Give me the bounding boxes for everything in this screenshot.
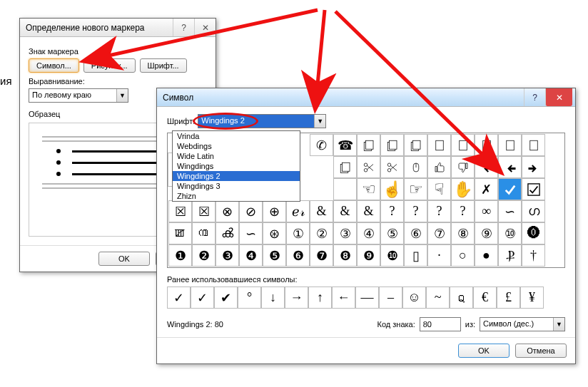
font-dropdown-list[interactable]: VrindaWebdingsWide LatinWingdingsWingdin… — [172, 130, 300, 202]
symbol-cell[interactable]: ഗ — [522, 200, 545, 222]
picture-button[interactable]: Рисунок... — [83, 58, 136, 73]
recent-symbol-cell[interactable]: £ — [497, 287, 520, 309]
symbol-cell[interactable]: ④ — [357, 222, 380, 244]
symbol-cell[interactable]: ✆ — [310, 134, 333, 156]
symbol-cell[interactable]: ❶ — [168, 244, 192, 267]
symbol-cell[interactable]: ☟ — [427, 178, 451, 200]
font-button[interactable]: Шрифт... — [140, 58, 187, 73]
symbol-cell[interactable] — [380, 134, 404, 156]
dlg1-titlebar[interactable]: Определение нового маркера ? ✕ — [20, 19, 216, 37]
symbol-cell[interactable]: ❺ — [263, 244, 286, 267]
symbol-cell[interactable]: ⑩ — [498, 222, 522, 244]
recent-symbol-cell[interactable]: ↓ — [261, 287, 285, 309]
symbol-cell[interactable] — [427, 134, 451, 156]
symbol-cell[interactable]: ? — [404, 200, 427, 222]
recent-symbol-cell[interactable]: ✓ — [167, 287, 191, 309]
symbol-cell[interactable]: ⓿ — [522, 222, 545, 244]
symbol-cell[interactable]: ● — [475, 244, 498, 267]
recent-symbol-cell[interactable]: ✔ — [214, 287, 238, 309]
ok-button[interactable]: OK — [458, 344, 510, 358]
recent-symbol-cell[interactable]: ✓ — [191, 287, 214, 309]
from-combo[interactable]: Символ (дес.) ▼ — [480, 317, 565, 331]
recent-symbol-cell[interactable]: — — [355, 287, 379, 309]
symbol-cell[interactable]: ③ — [333, 222, 357, 244]
symbol-cell[interactable]: ❻ — [286, 244, 310, 267]
font-option[interactable]: Wide Latin — [173, 151, 300, 161]
symbol-cell[interactable] — [357, 156, 380, 178]
symbol-cell[interactable]: ☒ — [192, 200, 216, 222]
symbol-cell[interactable] — [333, 156, 357, 178]
symbol-cell[interactable]: ❸ — [216, 244, 239, 267]
help-button[interactable]: ? — [173, 19, 194, 36]
close-button[interactable]: ✕ — [194, 19, 216, 36]
symbol-cell[interactable]: ❹ — [239, 244, 263, 267]
font-option[interactable]: Vrinda — [173, 131, 300, 141]
symbol-cell[interactable]: ❼ — [310, 244, 333, 267]
chevron-down-icon[interactable]: ▼ — [116, 89, 128, 102]
symbol-cell[interactable]: ∞ — [475, 200, 498, 222]
symbol-cell[interactable] — [475, 134, 498, 156]
symbol-cell[interactable]: ❷ — [192, 244, 216, 267]
recent-symbol-cell[interactable]: ~ — [426, 287, 450, 309]
symbol-cell[interactable]: ⊗ — [216, 200, 239, 222]
symbol-cell[interactable]: ⊘ — [239, 200, 263, 222]
symbol-cell[interactable]: ? — [380, 200, 404, 222]
symbol-cell[interactable]: ⑦ — [427, 222, 451, 244]
cancel-button[interactable]: Отмена — [515, 344, 567, 358]
symbol-cell[interactable]: ☝ — [380, 178, 404, 200]
symbol-cell[interactable]: ⊛ — [263, 222, 286, 244]
ok-button[interactable]: OK — [98, 252, 150, 266]
symbol-cell[interactable]: ① — [286, 222, 310, 244]
symbol-cell[interactable]: ○ — [451, 244, 475, 267]
symbol-cell[interactable]: ☒ — [168, 200, 192, 222]
symbol-cell[interactable]: † — [522, 244, 545, 267]
recent-symbol-cell[interactable]: ↑ — [308, 287, 332, 309]
symbol-cell[interactable]: ൿ — [216, 222, 239, 244]
symbol-cell[interactable]: ✗ — [475, 178, 498, 200]
symbol-cell[interactable] — [522, 134, 545, 156]
symbol-cell[interactable]: ∽ — [239, 222, 263, 244]
symbol-cell[interactable]: ☜ — [357, 178, 380, 200]
recent-symbol-cell[interactable]: € — [473, 287, 497, 309]
font-option[interactable]: Webdings — [173, 141, 300, 151]
symbol-cell[interactable]: ℯ𝓇 — [286, 200, 310, 222]
symbol-cell[interactable]: ꯀ — [168, 222, 192, 244]
symbol-cell[interactable]: ? — [427, 200, 451, 222]
symbol-cell[interactable]: ☞ — [404, 178, 427, 200]
symbol-cell[interactable] — [404, 134, 427, 156]
symbol-cell[interactable]: ⑨ — [475, 222, 498, 244]
symbol-cell[interactable]: ⊕ — [263, 200, 286, 222]
symbol-cell[interactable]: ⑥ — [404, 222, 427, 244]
symbol-cell[interactable] — [404, 156, 427, 178]
symbol-cell[interactable]: & — [333, 200, 357, 222]
symbol-cell[interactable]: · — [427, 244, 451, 267]
recent-symbol-cell[interactable]: ꞯ — [450, 287, 473, 309]
symbol-cell[interactable]: ⑤ — [380, 222, 404, 244]
symbol-button[interactable]: Символ... — [29, 58, 79, 73]
chevron-down-icon[interactable]: ▼ — [314, 115, 325, 128]
recent-symbol-cell[interactable]: – — [379, 287, 402, 309]
font-option[interactable]: Wingdings 3 — [173, 181, 300, 191]
recent-symbol-cell[interactable]: ° — [238, 287, 261, 309]
recent-symbol-cell[interactable]: ¥ — [520, 287, 544, 309]
font-option[interactable]: Wingdings — [173, 161, 300, 171]
charcode-input[interactable] — [420, 317, 461, 331]
symbol-cell[interactable]: & — [310, 200, 333, 222]
symbol-cell[interactable]: ❾ — [357, 244, 380, 267]
symbol-cell[interactable] — [522, 156, 545, 178]
symbol-cell[interactable] — [522, 178, 545, 200]
symbol-cell[interactable]: ? — [451, 200, 475, 222]
recent-symbol-cell[interactable]: ← — [332, 287, 355, 309]
close-button[interactable]: ✕ — [545, 88, 572, 106]
symbol-cell[interactable] — [451, 134, 475, 156]
recent-symbol-cell[interactable]: ☺ — [402, 287, 426, 309]
symbol-cell[interactable]: ൚ — [192, 222, 216, 244]
font-option[interactable]: Zhizn — [173, 191, 300, 201]
symbol-cell[interactable] — [498, 134, 522, 156]
dlg2-titlebar[interactable]: Символ ? ✕ — [157, 88, 575, 107]
symbol-cell[interactable]: ☎ — [333, 134, 357, 156]
font-option[interactable]: Wingdings 2 — [173, 171, 300, 181]
symbol-cell[interactable] — [475, 156, 498, 178]
symbol-cell[interactable] — [427, 156, 451, 178]
symbol-cell[interactable] — [380, 156, 404, 178]
